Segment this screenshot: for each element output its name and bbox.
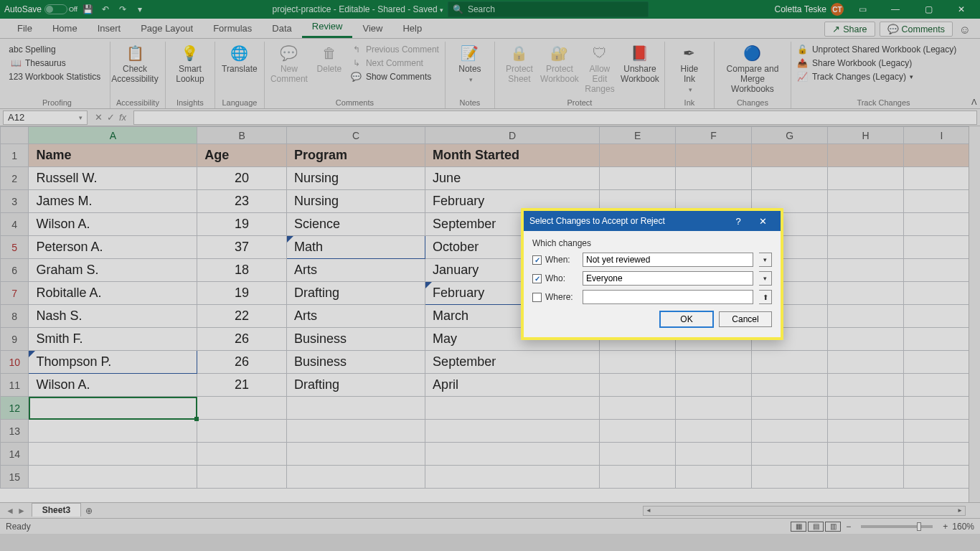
horizontal-scrollbar[interactable]: [97, 506, 980, 516]
when-input[interactable]: [583, 253, 753, 267]
save-icon[interactable]: 💾: [82, 3, 95, 16]
zoom-out-button[interactable]: −: [846, 522, 851, 532]
enter-formula-icon[interactable]: ✓: [107, 112, 115, 123]
normal-view-button[interactable]: ▦: [791, 522, 806, 532]
row-header[interactable]: 5: [1, 236, 29, 259]
add-sheet-button[interactable]: ⊕: [81, 503, 97, 519]
cell[interactable]: Nursing: [286, 190, 425, 213]
cell[interactable]: Business: [286, 351, 425, 374]
cell[interactable]: 22: [197, 305, 287, 328]
close-icon[interactable]: ✕: [947, 0, 976, 19]
cell[interactable]: [828, 236, 904, 259]
sheet-area[interactable]: A B C D E F G H I 1NameAgeProgramMonth S…: [0, 126, 980, 502]
cell[interactable]: Nursing: [286, 167, 425, 190]
cell[interactable]: Arts: [286, 259, 425, 282]
sheet-tab-sheet3[interactable]: Sheet3: [32, 503, 81, 517]
cell[interactable]: April: [425, 374, 600, 397]
row-header[interactable]: 6: [1, 259, 29, 282]
row-header[interactable]: 4: [1, 213, 29, 236]
tab-formulas[interactable]: Formulas: [203, 20, 262, 38]
zoom-level[interactable]: 160%: [952, 522, 974, 532]
cell[interactable]: 21: [197, 374, 287, 397]
cell[interactable]: [676, 351, 752, 374]
cell[interactable]: James M.: [29, 190, 197, 213]
row-header[interactable]: 7: [1, 282, 29, 305]
comments-button[interactable]: 💬Comments: [880, 22, 953, 37]
row-header[interactable]: 9: [1, 328, 29, 351]
tab-insert[interactable]: Insert: [88, 20, 131, 38]
cell[interactable]: [425, 420, 600, 443]
cell[interactable]: [828, 190, 904, 213]
dialog-close-icon[interactable]: ✕: [750, 211, 775, 231]
cell[interactable]: [752, 420, 828, 443]
compare-merge-button[interactable]: 🔵Compare and Merge Workbooks: [720, 42, 785, 94]
cell[interactable]: [29, 397, 197, 420]
cell[interactable]: 19: [197, 213, 287, 236]
cell[interactable]: [425, 466, 600, 489]
cell[interactable]: [600, 443, 676, 466]
who-input[interactable]: [583, 271, 753, 286]
cell[interactable]: [197, 397, 287, 420]
share-button[interactable]: ↗Share: [824, 22, 875, 37]
tab-help[interactable]: Help: [392, 20, 432, 38]
hide-ink-button[interactable]: ✒Hide Ink: [671, 42, 708, 93]
when-checkbox[interactable]: When:: [532, 255, 577, 265]
col-header-G[interactable]: G: [752, 127, 828, 144]
cell[interactable]: [752, 167, 828, 190]
row-header[interactable]: 11: [1, 374, 29, 397]
cell[interactable]: [752, 397, 828, 420]
cell[interactable]: [676, 397, 752, 420]
cell[interactable]: 20: [197, 167, 287, 190]
cell[interactable]: 37: [197, 236, 287, 259]
autosave-switch[interactable]: [44, 4, 67, 14]
cancel-button[interactable]: Cancel: [719, 311, 772, 327]
cell[interactable]: [600, 167, 676, 190]
cell[interactable]: [752, 466, 828, 489]
cell[interactable]: [600, 420, 676, 443]
tab-home[interactable]: Home: [42, 20, 88, 38]
cell[interactable]: [752, 374, 828, 397]
cell[interactable]: Science: [286, 213, 425, 236]
unshare-workbook-button[interactable]: 📕Unshare Workbook: [621, 42, 659, 85]
row-header[interactable]: 1: [1, 144, 29, 167]
cell[interactable]: [600, 397, 676, 420]
where-input[interactable]: [583, 290, 753, 304]
cell[interactable]: Business: [286, 328, 425, 351]
dialog-help-icon[interactable]: ?: [726, 211, 750, 231]
cell[interactable]: Graham S.: [29, 259, 197, 282]
collapse-ribbon-icon[interactable]: ᐱ: [971, 98, 977, 107]
cell[interactable]: [197, 420, 287, 443]
formula-input[interactable]: [133, 110, 977, 125]
col-header-A[interactable]: A: [29, 127, 197, 144]
row-header[interactable]: 15: [1, 466, 29, 489]
show-comments-button[interactable]: 💬Show Comments: [351, 71, 439, 83]
cell[interactable]: [29, 466, 197, 489]
cell[interactable]: [828, 167, 904, 190]
tab-review[interactable]: Review: [302, 18, 353, 38]
ok-button[interactable]: OK: [660, 311, 713, 327]
cell[interactable]: [676, 167, 752, 190]
unprotect-shared-button[interactable]: 🔓Unprotect Shared Workbook (Legacy): [797, 44, 956, 55]
qat-customize-icon[interactable]: ▾: [133, 3, 146, 16]
minimize-icon[interactable]: —: [881, 0, 910, 19]
cell[interactable]: [752, 443, 828, 466]
maximize-icon[interactable]: ▢: [914, 0, 943, 19]
new-comment-button[interactable]: 💬New Comment: [270, 42, 308, 85]
row-header[interactable]: 14: [1, 443, 29, 466]
cell[interactable]: [286, 443, 425, 466]
translate-button[interactable]: 🌐Translate: [221, 42, 258, 75]
next-comment-button[interactable]: ↳Next Comment: [351, 57, 439, 69]
cell[interactable]: [29, 420, 197, 443]
cell[interactable]: Age: [197, 144, 287, 167]
spelling-button[interactable]: abcSpelling: [10, 44, 100, 55]
zoom-in-button[interactable]: +: [943, 522, 948, 532]
cell[interactable]: Thompson P.: [29, 351, 197, 374]
cell[interactable]: [828, 420, 904, 443]
user-avatar[interactable]: CT: [831, 3, 844, 16]
page-break-view-button[interactable]: ▥: [825, 522, 841, 532]
cell[interactable]: [676, 420, 752, 443]
cell[interactable]: Math: [286, 236, 425, 259]
name-box[interactable]: A12▾: [3, 110, 88, 125]
allow-edit-ranges-button[interactable]: 🛡Allow Edit Ranges: [581, 42, 618, 94]
check-accessibility-button[interactable]: 📋Check Accessibility: [116, 42, 154, 85]
